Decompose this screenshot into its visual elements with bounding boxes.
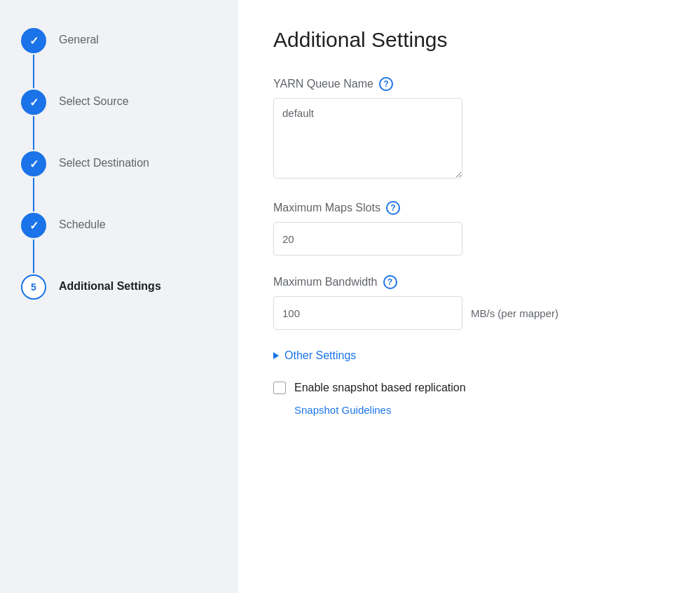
step-connector-general <box>21 28 46 90</box>
step-label-additional: Additional Settings <box>59 274 161 294</box>
step-circle-general <box>21 28 46 53</box>
yarn-queue-help-icon[interactable]: ? <box>379 77 393 91</box>
max-maps-help-icon[interactable]: ? <box>386 201 400 215</box>
snapshot-guidelines-link[interactable]: Snapshot Guidelines <box>294 404 391 416</box>
step-line-2 <box>33 116 34 150</box>
max-maps-input[interactable] <box>273 222 462 256</box>
sidebar-item-additional-settings[interactable]: 5 Additional Settings <box>21 274 217 300</box>
step-connector-source <box>21 90 46 151</box>
step-connector-additional: 5 <box>21 274 46 300</box>
sidebar: General Select Source Select Destination <box>0 0 238 593</box>
step-connector-destination <box>21 151 46 213</box>
snapshot-checkbox-label: Enable snapshot based replication <box>294 382 466 394</box>
max-bandwidth-suffix: MB/s (per mapper) <box>471 307 558 319</box>
snapshot-checkbox-row: Enable snapshot based replication <box>273 382 665 394</box>
max-maps-field-group: Maximum Maps Slots ? <box>273 201 665 256</box>
check-icon-destination <box>29 158 39 171</box>
other-settings-label: Other Settings <box>284 349 356 362</box>
step-number-additional: 5 <box>31 281 36 293</box>
max-bandwidth-input[interactable] <box>273 296 462 330</box>
max-maps-label: Maximum Maps Slots ? <box>273 201 665 215</box>
max-maps-label-text: Maximum Maps Slots <box>273 202 380 214</box>
sidebar-item-schedule[interactable]: Schedule <box>21 213 217 274</box>
step-line-3 <box>33 178 34 211</box>
max-bandwidth-help-icon[interactable]: ? <box>383 275 397 289</box>
sidebar-item-general[interactable]: General <box>21 28 217 90</box>
step-circle-additional: 5 <box>21 274 46 300</box>
step-connector-schedule <box>21 213 46 274</box>
check-icon-schedule <box>29 219 39 232</box>
step-circle-source <box>21 90 46 115</box>
sidebar-item-select-destination[interactable]: Select Destination <box>21 151 217 213</box>
yarn-queue-input[interactable]: default <box>273 98 462 179</box>
sidebar-item-select-source[interactable]: Select Source <box>21 90 217 151</box>
step-line-1 <box>33 55 34 88</box>
max-bandwidth-label-text: Maximum Bandwidth <box>273 276 378 288</box>
yarn-queue-label: YARN Queue Name ? <box>273 77 665 91</box>
step-label-source: Select Source <box>59 90 129 109</box>
check-icon-source <box>29 96 39 109</box>
max-bandwidth-label: Maximum Bandwidth ? <box>273 275 665 289</box>
other-settings-toggle[interactable]: Other Settings <box>273 349 665 362</box>
triangle-icon <box>273 352 279 359</box>
max-bandwidth-field-group: Maximum Bandwidth ? MB/s (per mapper) <box>273 275 665 330</box>
step-label-destination: Select Destination <box>59 151 149 171</box>
check-icon <box>29 34 39 48</box>
page-title: Additional Settings <box>273 28 665 52</box>
snapshot-checkbox[interactable] <box>273 382 286 394</box>
max-bandwidth-input-row: MB/s (per mapper) <box>273 296 665 330</box>
step-label-general: General <box>59 28 99 48</box>
yarn-queue-field-group: YARN Queue Name ? default <box>273 77 665 181</box>
step-line-4 <box>33 239 34 273</box>
step-circle-schedule <box>21 213 46 238</box>
yarn-queue-label-text: YARN Queue Name <box>273 78 373 90</box>
main-content: Additional Settings YARN Queue Name ? de… <box>238 0 700 593</box>
step-circle-destination <box>21 151 46 176</box>
step-label-schedule: Schedule <box>59 213 106 232</box>
